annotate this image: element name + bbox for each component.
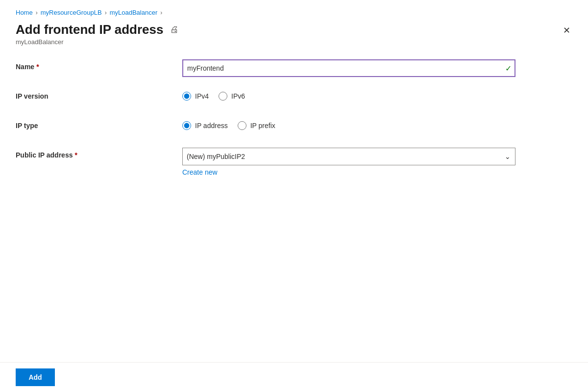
form-container: Name * ✓ IP version IPv4	[0, 48, 588, 362]
public-ip-input-group: (New) myPublicIP2 ⌄ Create new	[182, 148, 515, 176]
print-icon[interactable]: 🖨	[169, 24, 180, 36]
ip-type-prefix-option[interactable]: IP prefix	[238, 121, 275, 130]
ip-type-radio-group: IP address IP prefix	[182, 118, 515, 130]
ip-version-ipv6-option[interactable]: IPv6	[219, 92, 245, 101]
ip-version-ipv4-label: IPv4	[195, 92, 209, 100]
breadcrumb-home[interactable]: Home	[16, 9, 33, 16]
breadcrumb-resource-group[interactable]: myResourceGroupLB	[41, 9, 102, 16]
ip-type-prefix-radio[interactable]	[238, 121, 246, 130]
ip-type-label: IP type	[16, 118, 182, 130]
create-new-link[interactable]: Create new	[182, 168, 515, 176]
public-ip-required: *	[74, 151, 77, 159]
ip-type-address-option[interactable]: IP address	[182, 121, 228, 130]
ip-version-control: IPv4 IPv6	[182, 89, 515, 101]
page-title: Add frontend IP address	[16, 22, 163, 37]
header: Add frontend IP address 🖨 myLoadBalancer…	[0, 20, 588, 48]
ip-version-ipv6-radio[interactable]	[219, 92, 227, 101]
page-container: Home › myResourceGroupLB › myLoadBalance…	[0, 0, 588, 392]
breadcrumb-sep-1: ›	[35, 9, 39, 16]
public-ip-select[interactable]: (New) myPublicIP2	[182, 148, 515, 165]
breadcrumb-sep-2: ›	[104, 9, 108, 16]
ip-type-address-radio[interactable]	[182, 121, 191, 130]
name-input[interactable]	[182, 59, 515, 77]
public-ip-label: Public IP address *	[16, 148, 182, 159]
ip-type-row: IP type IP address IP prefix	[16, 118, 572, 136]
name-input-wrapper: ✓	[182, 59, 515, 77]
ip-version-ipv4-option[interactable]: IPv4	[182, 92, 209, 101]
name-label: Name *	[16, 59, 182, 71]
name-row: Name * ✓	[16, 59, 572, 77]
name-required: *	[36, 63, 39, 71]
breadcrumb-sep-3: ›	[159, 9, 163, 16]
close-button[interactable]: ✕	[561, 24, 572, 37]
public-ip-select-wrapper: (New) myPublicIP2 ⌄	[182, 148, 515, 165]
public-ip-row: Public IP address * (New) myPublicIP2 ⌄ …	[16, 148, 572, 176]
header-left: Add frontend IP address 🖨 myLoadBalancer	[16, 22, 180, 46]
ip-type-control: IP address IP prefix	[182, 118, 515, 130]
breadcrumb-load-balancer[interactable]: myLoadBalancer	[110, 9, 158, 16]
public-ip-control: (New) myPublicIP2 ⌄ Create new	[182, 148, 515, 176]
add-button[interactable]: Add	[16, 368, 55, 386]
breadcrumb: Home › myResourceGroupLB › myLoadBalance…	[0, 0, 588, 20]
name-control: ✓	[182, 59, 515, 77]
name-check-icon: ✓	[505, 64, 512, 73]
ip-version-radio-group: IPv4 IPv6	[182, 89, 515, 101]
ip-type-address-label: IP address	[195, 122, 228, 130]
footer: Add	[0, 362, 588, 392]
header-title-row: Add frontend IP address 🖨	[16, 22, 180, 37]
ip-version-label: IP version	[16, 89, 182, 100]
ip-version-ipv4-radio[interactable]	[182, 92, 191, 101]
ip-version-ipv6-label: IPv6	[231, 92, 245, 100]
page-subtitle: myLoadBalancer	[16, 38, 180, 46]
ip-version-row: IP version IPv4 IPv6	[16, 89, 572, 106]
ip-type-prefix-label: IP prefix	[250, 122, 275, 130]
